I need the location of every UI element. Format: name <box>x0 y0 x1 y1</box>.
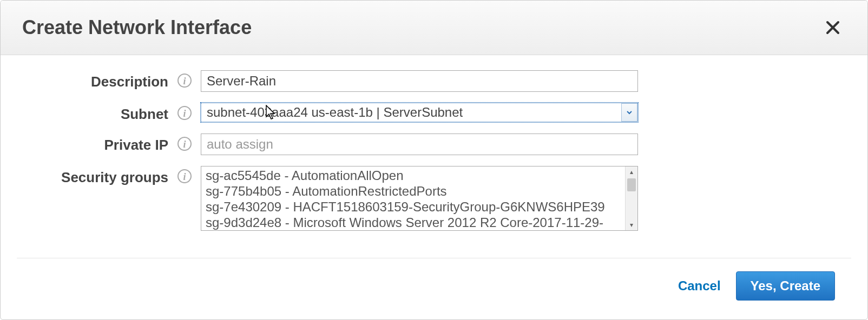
chevron-down-icon[interactable] <box>621 103 637 122</box>
list-item[interactable]: sg-7e430209 - HACFT1518603159-SecurityGr… <box>206 199 621 215</box>
subnet-selected-value: subnet-403aaa24 us-east-1b | ServerSubne… <box>201 103 621 122</box>
subnet-select[interactable]: subnet-403aaa24 us-east-1b | ServerSubne… <box>201 103 638 122</box>
list-item[interactable]: sg-ac5545de - AutomationAllOpen <box>206 168 621 183</box>
info-icon[interactable]: i <box>177 169 192 183</box>
private-ip-input[interactable] <box>201 134 638 155</box>
description-input[interactable] <box>201 70 638 92</box>
label-subnet: Subnet <box>22 103 168 123</box>
create-network-interface-dialog: Create Network Interface Description i S… <box>0 0 868 320</box>
scroll-thumb[interactable] <box>627 178 636 191</box>
dialog-header: Create Network Interface <box>1 1 867 55</box>
list-item[interactable]: sg-9d3d24e8 - Microsoft Windows Server 2… <box>206 215 621 230</box>
label-description: Description <box>22 70 168 90</box>
dialog-title: Create Network Interface <box>22 16 252 39</box>
row-subnet: Subnet i subnet-403aaa24 us-east-1b | Se… <box>22 103 846 123</box>
dialog-footer: Cancel Yes, Create <box>1 258 867 301</box>
scrollbar[interactable]: ▴ ▾ <box>625 166 637 230</box>
info-icon[interactable]: i <box>177 74 192 88</box>
label-security-groups: Security groups <box>22 166 168 186</box>
close-icon[interactable] <box>825 20 840 35</box>
row-description: Description i <box>22 70 846 92</box>
row-security-groups: Security groups i sg-ac5545de - Automati… <box>22 166 846 231</box>
scroll-down-icon[interactable]: ▾ <box>626 219 637 230</box>
cancel-button[interactable]: Cancel <box>678 278 721 294</box>
security-groups-listbox[interactable]: sg-ac5545de - AutomationAllOpen sg-775b4… <box>201 166 638 231</box>
row-private-ip: Private IP i <box>22 134 846 155</box>
scroll-up-icon[interactable]: ▴ <box>626 166 637 177</box>
yes-create-button[interactable]: Yes, Create <box>736 271 835 301</box>
list-item[interactable]: sg-775b4b05 - AutomationRestrictedPorts <box>206 183 621 199</box>
label-private-ip: Private IP <box>22 134 168 154</box>
info-icon[interactable]: i <box>177 137 192 151</box>
form-body: Description i Subnet i subnet-403aaa24 u… <box>1 55 867 247</box>
info-icon[interactable]: i <box>177 106 192 120</box>
